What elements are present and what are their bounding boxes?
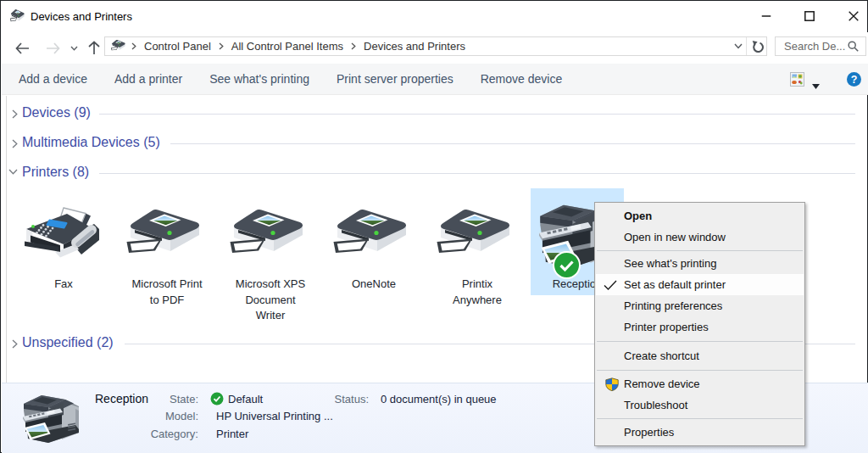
svg-text:?: ? (851, 74, 858, 86)
